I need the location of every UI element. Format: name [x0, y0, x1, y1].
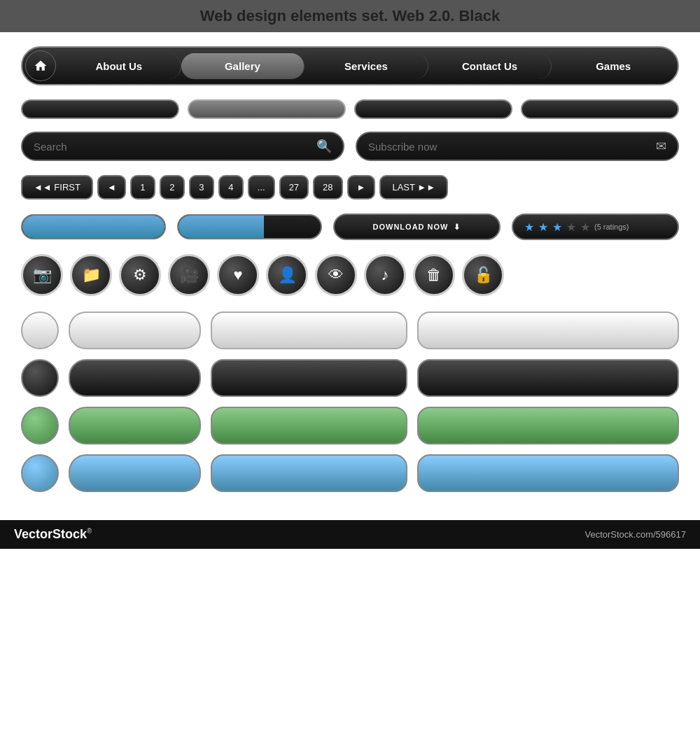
rating-box: ★ ★ ★ ★ ★ (5 ratings) — [512, 214, 679, 240]
mail-icon: ✉ — [656, 139, 666, 154]
page-28[interactable]: 28 — [313, 175, 342, 200]
star-5: ★ — [580, 220, 590, 234]
star-4: ★ — [566, 220, 576, 234]
title-colored: Black — [458, 7, 500, 24]
pagination-row: ◄◄ FIRST ◄ 1 2 3 4 ... 27 28 ► LAST ►► — [21, 175, 679, 200]
page-title: Web design elements set. Web 2.0. Black — [14, 7, 686, 25]
search-container: 🔍 — [21, 132, 344, 161]
settings-icon[interactable]: ⚙ — [119, 254, 161, 296]
progress-row: DOWNLOAD NOW ⬇ ★ ★ ★ ★ ★ (5 ratings) — [21, 214, 679, 240]
footer: VectorStock® VectorStock.com/596617 — [0, 520, 700, 549]
button-row-1 — [21, 99, 679, 119]
folder-icon[interactable]: 📁 — [70, 254, 112, 296]
pill-btn-blue-lg[interactable] — [417, 454, 679, 492]
download-label: DOWNLOAD NOW — [373, 223, 449, 231]
main-content: About Us Gallery Services Contact Us Gam… — [0, 32, 700, 513]
page-4[interactable]: 4 — [218, 175, 244, 200]
header-bar: Web design elements set. Web 2.0. Black — [0, 0, 700, 32]
music-icon[interactable]: ♪ — [364, 254, 406, 296]
btn-black-3[interactable] — [521, 99, 679, 119]
pill-btn-black-lg[interactable] — [417, 359, 679, 397]
nav-games[interactable]: Games — [552, 53, 675, 79]
video-icon[interactable]: 🎥 — [168, 254, 210, 296]
star-3: ★ — [552, 220, 562, 234]
navigation-bar: About Us Gallery Services Contact Us Gam… — [21, 46, 679, 85]
page-3[interactable]: 3 — [189, 175, 214, 200]
pill-btn-green-lg[interactable] — [417, 407, 679, 444]
pill-btn-white-lg[interactable] — [417, 312, 679, 349]
page-ellipsis[interactable]: ... — [248, 175, 275, 200]
black-button-row — [21, 359, 679, 397]
download-icon: ⬇ — [454, 223, 461, 232]
lock-icon[interactable]: 🔓 — [462, 254, 504, 296]
btn-black-1[interactable] — [21, 99, 179, 119]
heart-icon[interactable]: ♥ — [217, 254, 259, 296]
trash-icon[interactable]: 🗑 — [413, 254, 455, 296]
blue-button-row — [21, 454, 679, 492]
pill-btn-green-md[interactable] — [211, 407, 407, 444]
pill-btn-black-sm[interactable] — [69, 359, 201, 397]
page-2[interactable]: 2 — [160, 175, 185, 200]
pill-btn-blue-md[interactable] — [211, 454, 407, 492]
page-prev[interactable]: ◄ — [97, 175, 126, 200]
download-button[interactable]: DOWNLOAD NOW ⬇ — [333, 214, 500, 240]
pill-btn-green-sm[interactable] — [69, 407, 201, 444]
rating-label: (5 ratings) — [594, 223, 629, 231]
btn-black-active-1[interactable] — [188, 99, 346, 119]
input-row: 🔍 ✉ — [21, 132, 679, 161]
nav-gallery[interactable]: Gallery — [181, 53, 305, 79]
search-icon: 🔍 — [316, 139, 332, 154]
footer-brand: VectorStock® — [14, 527, 92, 542]
brand-name: VectorStock — [14, 527, 87, 541]
nav-services[interactable]: Services — [304, 53, 428, 79]
star-1: ★ — [524, 220, 534, 234]
nav-about-us[interactable]: About Us — [57, 53, 181, 79]
title-text: Web design elements set. Web 2.0. — [200, 7, 455, 24]
circle-btn-black[interactable] — [21, 359, 59, 397]
home-icon — [34, 59, 48, 73]
button-styles-section — [21, 312, 679, 492]
page-27[interactable]: 27 — [279, 175, 309, 200]
page-first[interactable]: ◄◄ FIRST — [21, 175, 93, 200]
circle-btn-white[interactable] — [21, 312, 59, 349]
circle-btn-green[interactable] — [21, 407, 59, 444]
pill-btn-white-sm[interactable] — [69, 312, 201, 349]
registered-symbol: ® — [87, 527, 92, 535]
subscribe-container: ✉ — [356, 132, 679, 161]
nav-home-button[interactable] — [25, 50, 56, 81]
subscribe-input[interactable] — [368, 141, 656, 153]
page-1[interactable]: 1 — [130, 175, 155, 200]
footer-url: VectorStock.com/596617 — [584, 529, 686, 540]
nav-contact-us[interactable]: Contact Us — [428, 53, 552, 79]
progress-fill-partial — [178, 216, 264, 238]
user-icon[interactable]: 👤 — [266, 254, 308, 296]
page-last[interactable]: LAST ►► — [379, 175, 448, 200]
page-next[interactable]: ► — [347, 175, 376, 200]
progress-full — [21, 214, 166, 239]
icons-row: 📷 📁 ⚙ 🎥 ♥ 👤 👁 ♪ 🗑 🔓 — [21, 254, 679, 296]
white-button-row — [21, 312, 679, 349]
pill-btn-blue-sm[interactable] — [69, 454, 201, 492]
green-button-row — [21, 407, 679, 444]
camera-icon[interactable]: 📷 — [21, 254, 63, 296]
star-2: ★ — [538, 220, 548, 234]
progress-partial — [177, 214, 322, 239]
pill-btn-black-md[interactable] — [211, 359, 407, 397]
progress-fill-full — [22, 216, 164, 238]
eye-icon[interactable]: 👁 — [315, 254, 357, 296]
btn-black-2[interactable] — [354, 99, 512, 119]
pill-btn-white-md[interactable] — [211, 312, 407, 349]
search-input[interactable] — [34, 141, 316, 153]
circle-btn-blue[interactable] — [21, 454, 59, 492]
